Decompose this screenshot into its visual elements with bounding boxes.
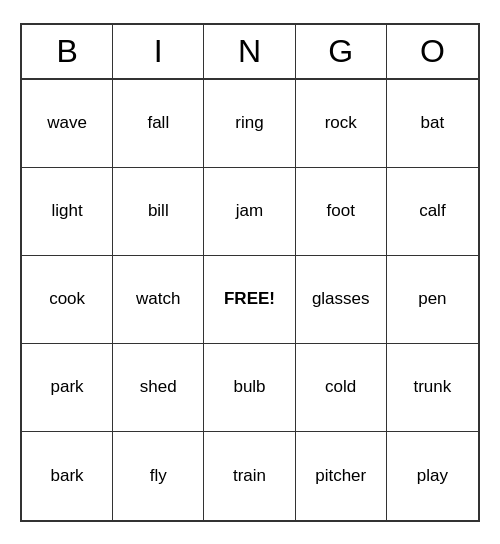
bingo-cell[interactable]: train bbox=[204, 432, 295, 520]
bingo-cell[interactable]: rock bbox=[296, 80, 387, 168]
header-letter: G bbox=[296, 25, 387, 78]
header-letter: O bbox=[387, 25, 478, 78]
bingo-cell[interactable]: pitcher bbox=[296, 432, 387, 520]
header-letter: I bbox=[113, 25, 204, 78]
header-letter: B bbox=[22, 25, 113, 78]
bingo-cell[interactable]: bill bbox=[113, 168, 204, 256]
bingo-cell[interactable]: foot bbox=[296, 168, 387, 256]
bingo-cell[interactable]: cold bbox=[296, 344, 387, 432]
header-letter: N bbox=[204, 25, 295, 78]
bingo-cell[interactable]: fall bbox=[113, 80, 204, 168]
bingo-cell[interactable]: shed bbox=[113, 344, 204, 432]
bingo-cell[interactable]: light bbox=[22, 168, 113, 256]
bingo-cell[interactable]: bat bbox=[387, 80, 478, 168]
bingo-cell[interactable]: FREE! bbox=[204, 256, 295, 344]
bingo-cell[interactable]: pen bbox=[387, 256, 478, 344]
bingo-cell[interactable]: watch bbox=[113, 256, 204, 344]
bingo-cell[interactable]: jam bbox=[204, 168, 295, 256]
bingo-header: BINGO bbox=[22, 25, 478, 80]
bingo-cell[interactable]: wave bbox=[22, 80, 113, 168]
bingo-card: BINGO wavefallringrockbatlightbilljamfoo… bbox=[20, 23, 480, 522]
bingo-grid: wavefallringrockbatlightbilljamfootcalfc… bbox=[22, 80, 478, 520]
bingo-cell[interactable]: ring bbox=[204, 80, 295, 168]
bingo-cell[interactable]: calf bbox=[387, 168, 478, 256]
bingo-cell[interactable]: play bbox=[387, 432, 478, 520]
bingo-cell[interactable]: glasses bbox=[296, 256, 387, 344]
bingo-cell[interactable]: bark bbox=[22, 432, 113, 520]
bingo-cell[interactable]: bulb bbox=[204, 344, 295, 432]
bingo-cell[interactable]: park bbox=[22, 344, 113, 432]
bingo-cell[interactable]: fly bbox=[113, 432, 204, 520]
bingo-cell[interactable]: cook bbox=[22, 256, 113, 344]
bingo-cell[interactable]: trunk bbox=[387, 344, 478, 432]
